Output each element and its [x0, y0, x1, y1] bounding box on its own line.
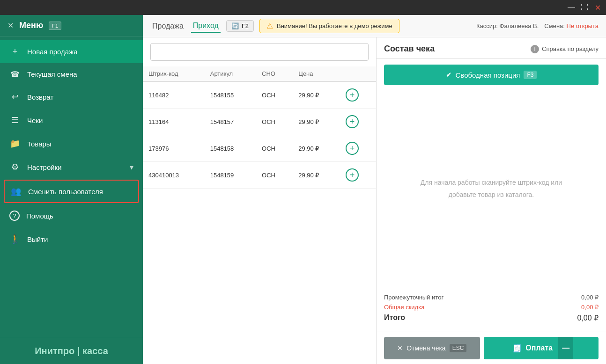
sidebar-item-label: Сменить пользователя [28, 188, 133, 196]
sidebar-item-help[interactable]: ? Помощь [0, 204, 143, 227]
cell-add: + [340, 81, 376, 109]
close-button[interactable]: ✕ [593, 3, 602, 12]
add-product-button[interactable]: + [346, 168, 359, 182]
cell-sno: ОСН [256, 162, 293, 189]
col-article: Артикул [205, 66, 256, 81]
help-icon: ? [9, 211, 20, 221]
receipt-panel: Состав чека i Справка по разделу ✔ Свобо… [377, 37, 606, 364]
cell-price: 29,90 ₽ [293, 135, 340, 162]
products-list: Штрих-код Артикул СНО Цена 116482 154815… [143, 66, 376, 189]
col-price: Цена [293, 66, 340, 81]
phone-icon: ☎ [9, 70, 21, 79]
return-icon: ↩ [9, 92, 21, 102]
folder-icon: 📁 [9, 138, 21, 149]
f1-badge: F1 [49, 22, 61, 30]
sidebar: ✕ Меню F1 + Новая продажа ☎ Текущая смен… [0, 15, 143, 364]
discount-label: Общая скидка [384, 304, 424, 311]
sidebar-item-label: Помощь [26, 212, 133, 220]
add-product-button[interactable]: + [346, 88, 359, 102]
cashier-info: Кассир: Фалалеева В. [476, 22, 539, 29]
sidebar-item-label: Товары [27, 140, 133, 148]
sidebar-close-button[interactable]: ✕ [7, 21, 14, 30]
brand-product: касса [82, 346, 108, 356]
cell-barcode: 113164 [143, 109, 205, 135]
subtotal-value: 0,00 ₽ [581, 294, 599, 301]
tab-income[interactable]: Приход [191, 20, 221, 33]
cell-article: 1548155 [205, 81, 256, 109]
sidebar-item-label: Настройки [27, 163, 123, 171]
table-row: 430410013 1548159 ОСН 29,90 ₽ + [143, 162, 376, 189]
table-header: Штрих-код Артикул СНО Цена [143, 66, 376, 81]
warning-banner: ⚠ Внимание! Вы работаете в демо режиме [259, 19, 399, 33]
sidebar-item-new-sale[interactable]: + Новая продажа [0, 40, 143, 63]
sync-icon: 🔄 [231, 22, 239, 29]
sidebar-nav: + Новая продажа ☎ Текущая смена ↩ Возвра… [0, 36, 143, 338]
cell-add: + [340, 109, 376, 135]
table-row: 113164 1548157 ОСН 29,90 ₽ + [143, 109, 376, 135]
shift-status: Не открыта [567, 22, 599, 29]
free-position-button[interactable]: ✔ Свободная позиция F3 [384, 65, 599, 85]
sidebar-item-label: Текущая смена [27, 70, 133, 78]
sidebar-item-goods[interactable]: 📁 Товары [0, 132, 143, 155]
add-product-button[interactable]: + [346, 115, 359, 128]
tab-sale[interactable]: Продажа [150, 20, 185, 32]
cell-article: 1548158 [205, 135, 256, 162]
sidebar-item-settings[interactable]: ⚙ Настройки ▾ [0, 155, 143, 179]
sidebar-item-switch-user[interactable]: 👥 Сменить пользователя [4, 180, 139, 203]
cell-sno: ОСН [256, 81, 293, 109]
cell-sno: ОСН [256, 109, 293, 135]
cell-price: 29,90 ₽ [293, 162, 340, 189]
cancel-icon: ✕ [397, 344, 403, 352]
products-table: Штрих-код Артикул СНО Цена 116482 154815… [143, 66, 376, 364]
table-row: 116482 1548155 ОСН 29,90 ₽ + [143, 81, 376, 109]
brand-separator: | [74, 346, 82, 356]
help-button[interactable]: i Справка по разделу [531, 45, 599, 53]
plus-icon: + [9, 47, 21, 57]
products-panel: Штрих-код Артикул СНО Цена 116482 154815… [143, 37, 377, 364]
receipt-empty-state: Для начала работы сканируйте штрих-код и… [377, 91, 606, 287]
sidebar-item-logout[interactable]: 🚶 Выйти [0, 227, 143, 251]
f3-badge: F3 [524, 71, 537, 79]
empty-text: Для начала работы сканируйте штрих-код и… [421, 177, 562, 200]
sidebar-item-return[interactable]: ↩ Возврат [0, 85, 143, 109]
sidebar-item-receipts[interactable]: ☰ Чеки [0, 109, 143, 132]
shift-info: Смена: Не открыта [544, 22, 599, 29]
main-split: Штрих-код Артикул СНО Цена 116482 154815… [143, 37, 606, 364]
discount-row: Общая скидка 0,00 ₽ [384, 304, 599, 311]
sidebar-item-label: Выйти [27, 235, 133, 243]
sidebar-item-current-shift[interactable]: ☎ Текущая смена [0, 63, 143, 85]
sync-button[interactable]: 🔄 F2 [226, 20, 254, 32]
logout-icon: 🚶 [9, 234, 21, 244]
pay-button[interactable]: 🧾 Оплата — [484, 337, 599, 359]
settings-icon: ⚙ [9, 162, 21, 172]
cell-article: 1548157 [205, 109, 256, 135]
topbar: Продажа Приход 🔄 F2 ⚠ Внимание! Вы работ… [143, 15, 606, 37]
chevron-down-icon: ▾ [130, 163, 133, 172]
title-bar: — ⛶ ✕ [0, 0, 606, 15]
receipt-totals: Промежуточный итог 0,00 ₽ Общая скидка 0… [377, 287, 606, 332]
cell-barcode: 116482 [143, 81, 205, 109]
col-barcode: Штрих-код [143, 66, 205, 81]
cancel-label: Отмена чека [406, 344, 445, 352]
receipt-actions: ✕ Отмена чека ESC 🧾 Оплата — [377, 332, 606, 364]
sidebar-title: Меню [19, 21, 43, 30]
receipts-icon: ☰ [9, 115, 21, 125]
add-product-button[interactable]: + [346, 142, 359, 155]
search-input[interactable] [150, 43, 369, 61]
pay-dropdown-button[interactable]: — [558, 337, 573, 359]
receipt-header: Состав чека i Справка по разделу [377, 37, 606, 59]
col-action [340, 66, 376, 81]
subtotal-label: Промежуточный итог [384, 294, 443, 301]
cell-sno: ОСН [256, 135, 293, 162]
cancel-button[interactable]: ✕ Отмена чека ESC [384, 337, 480, 359]
cell-article: 1548159 [205, 162, 256, 189]
sidebar-brand: Инитпро | касса [7, 346, 135, 357]
brand-name: Инитпро [35, 346, 74, 356]
maximize-button[interactable]: ⛶ [580, 3, 589, 12]
help-label: Справка по разделу [542, 45, 599, 52]
cell-price: 29,90 ₽ [293, 81, 340, 109]
receipt-icon: 🧾 [512, 344, 522, 353]
col-sno: СНО [256, 66, 293, 81]
sidebar-item-label: Новая продажа [27, 48, 133, 56]
minimize-button[interactable]: — [567, 3, 576, 12]
